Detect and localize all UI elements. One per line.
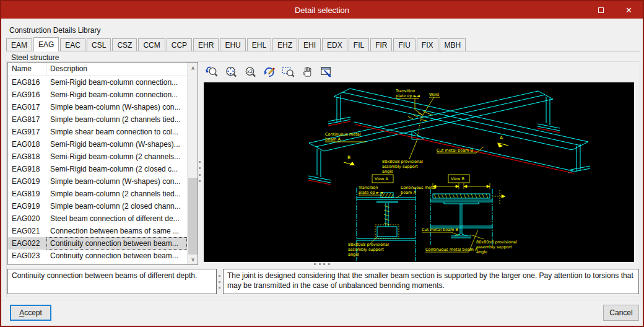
cell-name: EAG818 bbox=[8, 150, 46, 163]
tab-fix[interactable]: FIX bbox=[417, 38, 438, 51]
list-scrollbar[interactable]: ∧ ∨ bbox=[187, 63, 198, 264]
cell-name: EAG816 bbox=[8, 76, 46, 89]
tab-fil[interactable]: FIL bbox=[349, 38, 369, 51]
cad-label-transition: Transition bbox=[395, 89, 415, 94]
cell-description: Semi-Rigid beam-column connection... bbox=[46, 89, 187, 101]
cell-description: Continuity connection between beam... bbox=[46, 237, 187, 250]
svg-text:Continuous metal beam A: Continuous metal beam A bbox=[425, 247, 478, 252]
scroll-down-icon[interactable]: ∨ bbox=[188, 254, 198, 264]
list-row-eag819[interactable]: EAG819Simple beam-column (2 channels tie… bbox=[8, 188, 187, 200]
column-header-description[interactable]: Description bbox=[46, 63, 187, 76]
svg-text:x2: x2 bbox=[247, 68, 253, 74]
cad-label-angle: 80x80x8 provisional bbox=[382, 159, 423, 164]
detail-selection-dialog: Detail selection ✕ Construction Details … bbox=[0, 0, 644, 327]
cancel-button[interactable]: Cancel bbox=[603, 305, 639, 321]
tab-eac[interactable]: EAC bbox=[60, 38, 85, 51]
cell-description: Continuity connection between beam... bbox=[46, 250, 187, 262]
list-row-eag021[interactable]: EAG021Connection between beams of same .… bbox=[8, 225, 187, 237]
tab-csz[interactable]: CSZ bbox=[112, 38, 137, 51]
tab-eam[interactable]: EAM bbox=[6, 38, 32, 51]
cell-name: EAG020 bbox=[8, 212, 46, 225]
list-row-eag916[interactable]: EAG916Semi-Rigid beam-column connection.… bbox=[8, 89, 187, 101]
zoom-window-icon[interactable] bbox=[281, 64, 296, 80]
details-list: Name Description EAG816Semi-Rigid beam-c… bbox=[7, 62, 198, 265]
cell-name: EAG021 bbox=[8, 225, 46, 237]
zoom-x2-icon[interactable]: x2 bbox=[242, 64, 258, 80]
svg-text:Transition: Transition bbox=[358, 185, 378, 190]
accept-button[interactable]: Accept bbox=[10, 305, 51, 321]
full-screen-icon[interactable] bbox=[319, 64, 334, 80]
svg-text:angle: angle bbox=[382, 169, 393, 174]
details-list-body: Name Description EAG816Semi-Rigid beam-c… bbox=[8, 63, 187, 264]
cell-name: EAG919 bbox=[8, 200, 46, 212]
svg-text:angle: angle bbox=[348, 252, 359, 257]
list-row-eag818[interactable]: EAG818Semi-Rigid beam-column (2 channels… bbox=[8, 150, 187, 163]
tab-edx[interactable]: EDX bbox=[322, 38, 347, 51]
tab-mbh[interactable]: MBH bbox=[440, 38, 466, 51]
zoom-previous-icon[interactable] bbox=[204, 64, 219, 80]
tab-ehr[interactable]: EHR bbox=[193, 38, 219, 51]
cell-description: Semi-Rigid beam-column (2 closed c... bbox=[46, 163, 187, 175]
cell-name: EAG917 bbox=[8, 126, 46, 138]
maximize-button[interactable] bbox=[587, 1, 615, 19]
footer-divider bbox=[1, 300, 643, 300]
scroll-up-icon[interactable]: ∧ bbox=[188, 63, 198, 73]
list-row-eag017[interactable]: EAG017Simple beam-column (W-shapes) con.… bbox=[8, 101, 187, 113]
cell-name: EAG819 bbox=[8, 188, 46, 200]
tab-ehu[interactable]: EHU bbox=[220, 38, 245, 51]
list-row-eag919[interactable]: EAG919Simple beam-column (2 closed chann… bbox=[8, 200, 187, 212]
view-b-label: View B bbox=[451, 177, 464, 181]
window-title: Detail selection bbox=[295, 6, 349, 15]
pan-hand-icon[interactable] bbox=[300, 64, 315, 80]
tab-fir[interactable]: FIR bbox=[370, 38, 392, 51]
close-button[interactable]: ✕ bbox=[615, 1, 643, 19]
cell-description: Semi-Rigid beam-column connection... bbox=[46, 76, 187, 89]
window-controls: ✕ bbox=[587, 1, 643, 19]
list-row-eag917[interactable]: EAG917Simple shear beam connection to co… bbox=[8, 126, 187, 138]
list-row-eag018[interactable]: EAG018Semi-Rigid beam-column (W-shapes).… bbox=[8, 138, 187, 150]
redraw-icon[interactable] bbox=[261, 64, 277, 80]
list-row-eag817[interactable]: EAG817Simple beam-column (2 channels tie… bbox=[8, 113, 187, 126]
tab-csl[interactable]: CSL bbox=[87, 38, 111, 51]
cell-name: EAG023 bbox=[8, 250, 46, 262]
tab-eag[interactable]: EAG bbox=[33, 37, 59, 51]
category-tabstrip: EAMEAGEACCSLCSZCCMCCPEHREHUEHLEHZEHIEDXF… bbox=[6, 38, 640, 51]
svg-text:assembly support: assembly support bbox=[382, 164, 418, 169]
cell-name: EAG019 bbox=[8, 175, 46, 188]
list-row-eag023[interactable]: EAG023Continuity connection between beam… bbox=[8, 250, 187, 262]
cell-name: EAG916 bbox=[8, 89, 46, 101]
tab-ehi[interactable]: EHI bbox=[298, 38, 321, 51]
svg-text:assembly support: assembly support bbox=[348, 247, 384, 252]
titlebar[interactable]: Detail selection ✕ bbox=[1, 1, 643, 19]
svg-text:plate ep ►◄: plate ep ►◄ bbox=[396, 94, 420, 98]
vertical-splitter[interactable] bbox=[199, 161, 201, 182]
description-splitter[interactable] bbox=[219, 275, 221, 289]
svg-text:angle: angle bbox=[476, 250, 487, 255]
cell-description: Connection between beams of same ... bbox=[46, 225, 187, 237]
list-row-eag019[interactable]: EAG019Simple beam-column (W-shapes) con.… bbox=[8, 175, 187, 188]
svg-text:80x80x8 provisional: 80x80x8 provisional bbox=[348, 242, 389, 247]
cell-description: Steel beam connection of different de... bbox=[46, 212, 187, 225]
list-row-eag918[interactable]: EAG918Semi-Rigid beam-column (2 closed c… bbox=[8, 163, 187, 175]
section-marker-a: A bbox=[500, 135, 503, 141]
view-a-label: View A bbox=[375, 177, 388, 181]
long-description-box: The joint is designed considering that t… bbox=[223, 269, 639, 294]
cad-preview-canvas[interactable]: Transition plate ep ►◄ Weld Continuous m… bbox=[204, 82, 634, 262]
column-header-name[interactable]: Name bbox=[8, 63, 46, 76]
list-row-eag022[interactable]: EAG022Continuity connection between beam… bbox=[8, 237, 187, 250]
group-label: Steel structure bbox=[11, 53, 59, 62]
list-row-eag020[interactable]: EAG020Steel beam connection of different… bbox=[8, 212, 187, 225]
cell-description: Simple beam-column (W-shapes) con... bbox=[46, 101, 187, 113]
tab-ehz[interactable]: EHZ bbox=[272, 38, 297, 51]
short-description-box: Continuity connection between beams of d… bbox=[7, 269, 217, 294]
tab-ehl[interactable]: EHL bbox=[247, 38, 271, 51]
tab-ccm[interactable]: CCM bbox=[138, 38, 165, 51]
list-row-eag816[interactable]: EAG816Semi-Rigid beam-column connection.… bbox=[8, 76, 187, 89]
zoom-extents-icon[interactable] bbox=[223, 64, 238, 80]
scrollbar-thumb[interactable] bbox=[188, 178, 198, 255]
cell-name: EAG022 bbox=[8, 237, 46, 250]
cell-description: Simple shear beam connection to col... bbox=[46, 126, 187, 138]
tab-fiu[interactable]: FIU bbox=[393, 38, 415, 51]
tab-ccp[interactable]: CCP bbox=[167, 38, 192, 51]
horizontal-splitter[interactable] bbox=[314, 263, 330, 265]
